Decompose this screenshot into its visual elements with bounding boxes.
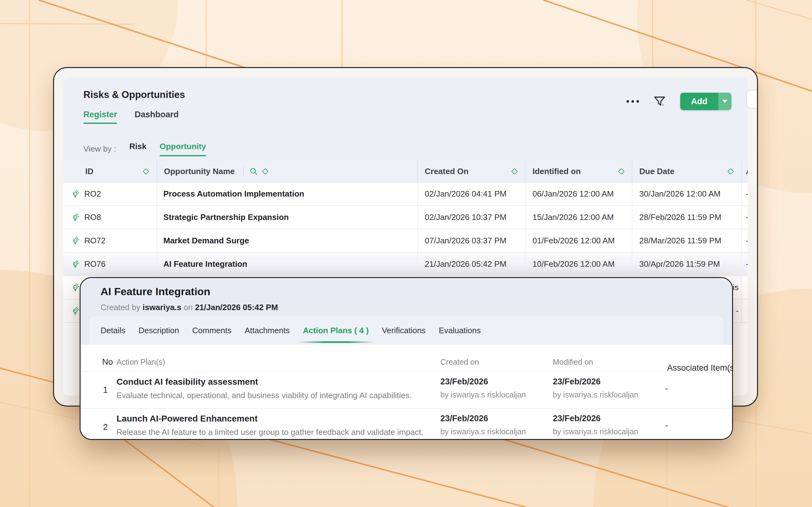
byline-connector: on bbox=[184, 303, 193, 312]
table-row[interactable]: RO8 Strategic Partnership Expansion 02/J… bbox=[63, 206, 748, 229]
row-due-date-cell: 30/Apr/2026 11:59 PM bbox=[632, 253, 742, 276]
plan-cell[interactable]: Launch AI-Powered Enhancement Release th… bbox=[116, 409, 440, 440]
table-row[interactable]: RO2 Process Automation Implementation 02… bbox=[63, 182, 748, 206]
row-id: RO72 bbox=[84, 236, 106, 245]
detail-tab[interactable]: Evaluations bbox=[439, 323, 480, 339]
row-id-cell[interactable]: RO76 bbox=[63, 253, 157, 276]
column-header-identified-on[interactable]: Identified on bbox=[525, 161, 632, 182]
row-id: RO8 bbox=[84, 213, 101, 222]
sort-diamond-icon[interactable] bbox=[727, 168, 734, 174]
opportunity-icon bbox=[71, 283, 80, 292]
sort-diamond-icon[interactable] bbox=[262, 168, 268, 174]
detail-tab[interactable]: Verifications bbox=[382, 323, 426, 339]
row-id-cell[interactable]: RO72 bbox=[63, 229, 157, 252]
row-id: RO2 bbox=[84, 189, 101, 199]
row-associated: - bbox=[746, 236, 748, 245]
column-header-associated-clipped[interactable]: A bbox=[742, 161, 748, 182]
row-associated: - bbox=[746, 213, 748, 222]
row-created-on: 07/Jan/2026 03:37 PM bbox=[425, 236, 507, 245]
table-row[interactable]: RO72 Market Demand Surge 07/Jan/2026 03:… bbox=[63, 229, 748, 253]
column-header-created-on-label: Created On bbox=[425, 167, 468, 176]
plan-associated-items: - bbox=[665, 372, 732, 408]
action-plan-row[interactable]: 1 Conduct AI feasibility assessment Eval… bbox=[81, 372, 732, 409]
detail-header: AI Feature Integration Created by iswari… bbox=[81, 278, 732, 316]
row-name-cell[interactable]: Process Automation Implementation bbox=[157, 182, 418, 205]
row-created-on: 02/Jan/2026 10:37 PM bbox=[425, 213, 507, 222]
search-icon[interactable] bbox=[249, 167, 258, 176]
detail-tabs: Details Description Comments Attachments… bbox=[89, 316, 723, 345]
row-created-on: 21/Jan/2026 05:42 PM bbox=[425, 259, 507, 269]
more-options-icon[interactable] bbox=[626, 100, 639, 103]
clipped-row-fragment: - bbox=[736, 306, 739, 316]
page-tabs: Register Dashboard bbox=[84, 110, 179, 124]
table-row[interactable]: RO76 AI Feature Integration 21/Jan/2026 … bbox=[63, 253, 748, 276]
detail-tab[interactable]: Details bbox=[101, 323, 125, 339]
row-created-on-cell: 21/Jan/2026 05:42 PM bbox=[418, 253, 525, 276]
row-identified-on-cell: 15/Jan/2026 12:00 AM bbox=[525, 206, 632, 229]
page-tab[interactable]: Register bbox=[84, 110, 117, 124]
opportunity-icon bbox=[71, 213, 80, 222]
row-name-cell[interactable]: AI Feature Integration bbox=[157, 253, 418, 276]
plan-cell[interactable]: Conduct AI feasibility assessment Evalua… bbox=[116, 372, 440, 408]
column-header-id-label: ID bbox=[85, 167, 93, 176]
header-separator bbox=[243, 167, 244, 176]
plan-description: Evaluate technical, operational, and bus… bbox=[116, 391, 440, 400]
row-associated: - bbox=[746, 259, 748, 269]
action-plans-table: No Action Plan(s) Created on Modified on… bbox=[81, 352, 732, 439]
detail-tab[interactable]: Comments bbox=[192, 323, 232, 339]
column-header-plan: Action Plan(s) bbox=[116, 357, 440, 367]
sort-diamond-icon[interactable] bbox=[618, 168, 625, 174]
plan-created-date: 23/Feb/2026 bbox=[440, 377, 553, 387]
column-header-name[interactable]: Opportunity Name bbox=[157, 161, 418, 182]
add-button[interactable]: Add bbox=[680, 93, 731, 110]
clipped-row-fragment: is bbox=[733, 283, 739, 292]
filter-icon[interactable] bbox=[653, 95, 666, 108]
column-header-identified-on-label: Identified on bbox=[532, 167, 581, 176]
action-plan-row[interactable]: 2 Launch AI-Powered Enhancement Release … bbox=[81, 409, 732, 440]
opportunity-icon bbox=[71, 260, 80, 268]
row-name-cell[interactable]: Strategic Partnership Expansion bbox=[157, 206, 418, 229]
edge-clipped-button[interactable] bbox=[746, 90, 758, 109]
add-dropdown-caret[interactable] bbox=[718, 93, 731, 110]
plan-title[interactable]: Conduct AI feasibility assessment bbox=[116, 377, 440, 387]
row-associated-cell: - bbox=[742, 253, 748, 276]
plan-number: 1 bbox=[81, 372, 116, 408]
detail-tab-label: Details bbox=[101, 326, 125, 335]
detail-tab[interactable]: Attachments bbox=[245, 323, 290, 339]
row-associated-cell: - bbox=[742, 206, 748, 229]
plan-number: 2 bbox=[81, 409, 116, 440]
row-id-cell[interactable]: RO2 bbox=[63, 182, 157, 205]
column-header-due-date-label: Due Date bbox=[639, 167, 674, 176]
detail-tab[interactable]: Action Plans ( 4 ) bbox=[303, 323, 369, 339]
row-name: Market Demand Surge bbox=[163, 236, 249, 245]
plan-created-cell: 23/Feb/2026 by iswariya.s risklocaljan bbox=[440, 372, 553, 408]
column-header-id[interactable]: ID bbox=[63, 161, 157, 182]
plan-associated-items: - bbox=[665, 409, 732, 440]
detail-tab-label: Action Plans ( 4 ) bbox=[303, 326, 369, 335]
page-tab[interactable]: Dashboard bbox=[135, 110, 179, 124]
action-plans-body: 1 Conduct AI feasibility assessment Eval… bbox=[81, 372, 732, 440]
plan-title[interactable]: Launch AI-Powered Enhancement bbox=[116, 414, 440, 424]
column-header-created-on[interactable]: Created On bbox=[418, 161, 525, 182]
page-tab-label: Dashboard bbox=[135, 110, 179, 119]
view-by-bar: View by : Risk Opportunity bbox=[84, 142, 206, 156]
row-due-date: 28/Feb/2026 11:59 PM bbox=[639, 213, 721, 222]
sort-diamond-icon[interactable] bbox=[143, 168, 149, 174]
detail-panel: AI Feature Integration Created by iswari… bbox=[80, 277, 733, 440]
row-name-cell[interactable]: Market Demand Surge bbox=[157, 229, 418, 252]
byline-timestamp: 21/Jan/2026 05:42 PM bbox=[195, 303, 278, 312]
column-header-due-date[interactable]: Due Date bbox=[632, 161, 742, 182]
view-by-option[interactable]: Opportunity bbox=[160, 142, 206, 156]
row-identified-on-cell: 01/Feb/2026 12:00 AM bbox=[525, 229, 632, 252]
view-by-option[interactable]: Risk bbox=[129, 142, 147, 156]
plan-created-cell: 23/Feb/2026 by iswariya.s risklocaljan bbox=[440, 409, 553, 440]
sort-diamond-icon[interactable] bbox=[511, 168, 518, 174]
column-header-associated-items: Associated Item(s) bbox=[665, 351, 732, 373]
add-button-label[interactable]: Add bbox=[680, 93, 718, 110]
row-associated-cell: - bbox=[742, 182, 748, 205]
detail-tab-label: Verifications bbox=[382, 326, 426, 335]
opportunity-icon bbox=[71, 236, 80, 245]
opportunity-icon bbox=[71, 307, 80, 315]
row-id-cell[interactable]: RO8 bbox=[63, 206, 157, 229]
detail-tab[interactable]: Description bbox=[138, 323, 179, 339]
